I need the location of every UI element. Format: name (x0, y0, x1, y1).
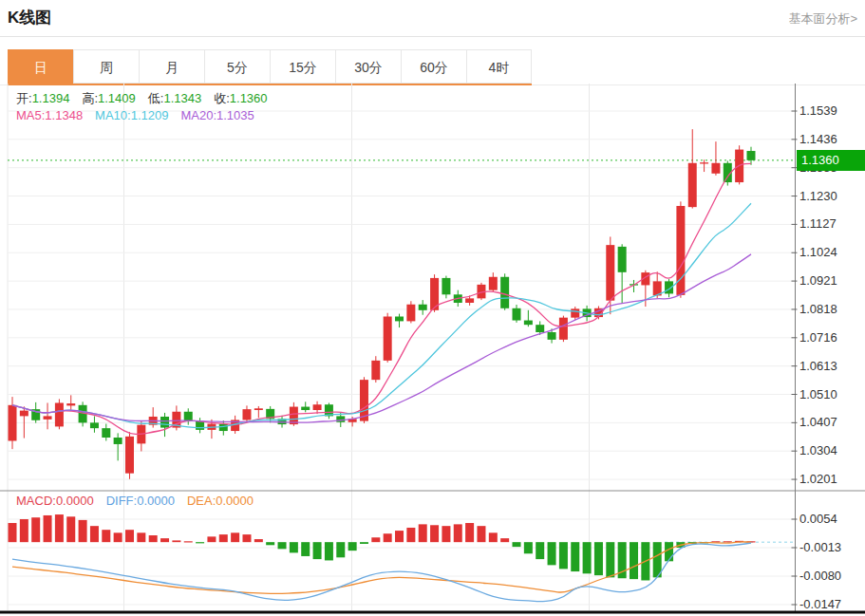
macd-tick-label: -0.0013 (799, 540, 841, 554)
price-tick-label: 1.0201 (799, 472, 837, 486)
macd-hist-bar (536, 542, 544, 559)
diff-line (12, 543, 751, 602)
candle-body (184, 412, 193, 421)
bottom-border (0, 611, 865, 614)
macd-hist-bar (90, 526, 99, 542)
candle-body (548, 332, 556, 340)
macd-hist-bar (44, 515, 52, 542)
dea-line (12, 542, 751, 593)
macd-hist-bar (278, 542, 287, 549)
legend-item: 收:1.1360 (214, 90, 267, 107)
legend-item: 高:1.1409 (82, 90, 135, 107)
candle-body (465, 298, 474, 303)
macd-hist-bar (594, 542, 603, 575)
candle-body (55, 402, 64, 426)
macd-hist-bar (254, 539, 263, 542)
candle-body (406, 305, 415, 322)
candle-body (700, 162, 708, 163)
macd-hist-bar (137, 532, 145, 542)
macd-hist-bar (301, 542, 310, 556)
price-tick-label: 1.1024 (799, 245, 837, 259)
macd-hist-bar (9, 523, 17, 542)
macd-hist-bar (724, 541, 732, 542)
candle-body (711, 163, 720, 174)
candle-body (500, 277, 509, 308)
candle-body (254, 408, 263, 410)
candle-body (125, 437, 134, 474)
macd-hist-bar (406, 528, 415, 542)
candle-body (524, 321, 533, 326)
ohlc-legend: 开:1.1394高:1.1409低:1.1343收:1.1360 (16, 90, 268, 107)
macd-hist-bar (500, 538, 509, 542)
candle-body (90, 422, 99, 428)
macd-hist-bar (524, 542, 533, 553)
macd-hist-bar (630, 542, 638, 579)
legend-item: MA20:1.1035 (180, 108, 254, 122)
macd-hist-bar (79, 520, 87, 542)
candle-body (20, 411, 28, 417)
candle-body (313, 404, 322, 410)
price-tick-label: 1.1539 (799, 103, 837, 118)
macd-hist-bar (313, 542, 322, 559)
macd-hist-bar (454, 524, 462, 542)
macd-hist-bar (419, 524, 427, 542)
legend-item: MA10:1.1209 (95, 108, 168, 122)
candle-body (395, 316, 404, 321)
price-tick-label: 1.0613 (799, 359, 837, 373)
macd-hist-bar (102, 530, 110, 542)
candle-body (606, 245, 614, 301)
macd-tick-label: 0.0054 (799, 512, 837, 526)
macd-hist-bar (489, 532, 498, 542)
macd-hist-bar (371, 537, 380, 542)
macd-hist-bar (207, 536, 216, 542)
kline-panel: K线图 基本面分析> 日周月5分15分30分60分4时 开:1.1394高:1.… (0, 0, 865, 616)
price-tick-label: 1.0510 (799, 387, 837, 401)
legend-item: MA5:1.1348 (16, 108, 83, 122)
legend-item: DEA:0.0000 (187, 494, 254, 508)
ma-legend: MA5:1.1348MA10:1.1209MA20:1.1035 (16, 108, 254, 122)
candle-body (160, 417, 169, 428)
macd-hist-bar (290, 542, 298, 552)
candle-body (419, 305, 427, 310)
candle-body (513, 308, 521, 321)
macd-hist-bar (477, 526, 485, 542)
macd-tick-label: -0.0080 (799, 569, 841, 583)
macd-hist-bar (231, 532, 239, 542)
macd-hist-bar (242, 534, 251, 542)
candle-body (102, 428, 110, 438)
price-tick-label: 1.0921 (799, 273, 837, 288)
macd-hist-bar (172, 540, 180, 542)
macd-hist-bar (606, 542, 614, 577)
macd-hist-bar (465, 523, 474, 542)
candle-body (114, 438, 122, 444)
price-tick-label: 1.1230 (799, 189, 837, 203)
candle-body (9, 405, 17, 441)
macd-hist-bar (513, 542, 521, 547)
macd-hist-bar (583, 542, 592, 573)
macd-hist-bar (31, 517, 40, 542)
macd-hist-bar (66, 516, 75, 542)
ma5-line (12, 163, 751, 434)
macd-hist-bar (665, 542, 673, 561)
macd-hist-bar (55, 514, 64, 542)
macd-hist-bar (219, 534, 228, 542)
candle-body (442, 278, 450, 294)
candle-body (618, 247, 627, 272)
price-tick-label: 1.0716 (799, 330, 837, 345)
candle-body (746, 151, 755, 160)
price-tick-label: 1.1436 (799, 132, 837, 146)
ma20-line (12, 254, 751, 422)
macd-hist-bar (184, 541, 193, 542)
current-price-badge: 1.1360 (797, 150, 865, 171)
macd-hist-bar (266, 542, 274, 545)
price-tick-label: 1.0818 (799, 302, 837, 316)
macd-hist-bar (160, 538, 169, 542)
price-tick-label: 1.0304 (799, 443, 837, 457)
candle-body (66, 403, 75, 405)
macd-hist-bar (559, 542, 568, 569)
macd-hist-bar (114, 532, 122, 542)
legend-item: 低:1.1343 (148, 90, 201, 107)
candle-body (384, 316, 392, 360)
macd-hist-bar (395, 531, 404, 542)
macd-hist-bar (571, 542, 579, 571)
